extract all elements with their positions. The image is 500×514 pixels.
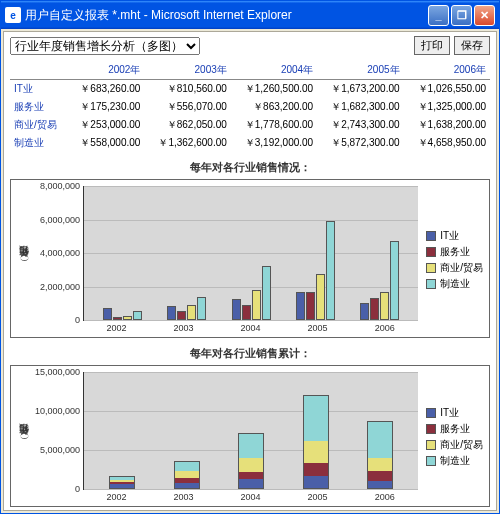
minimize-button[interactable]: _ (428, 5, 449, 26)
bar (296, 292, 305, 320)
legend-item: 商业/贸易 (426, 438, 483, 452)
bar (177, 311, 186, 320)
legend-label: 服务业 (440, 422, 470, 436)
x-tick: 2002 (107, 492, 127, 502)
bar (113, 317, 122, 320)
x-tick: 2003 (174, 492, 194, 502)
print-button[interactable]: 打印 (414, 36, 450, 55)
legend-label: 服务业 (440, 245, 470, 259)
bar (187, 305, 196, 320)
year-header: 2006年 (404, 61, 490, 80)
y-axis-label: 销售额（元）￥ (15, 186, 33, 333)
cell: ￥1,362,600.00 (144, 134, 230, 152)
x-tick: 2002 (107, 323, 127, 333)
legend-label: IT业 (440, 406, 459, 420)
legend-swatch (426, 440, 436, 450)
bar (232, 299, 241, 320)
y-tick: 10,000,000 (32, 406, 80, 416)
cell: ￥1,325,000.00 (404, 98, 490, 116)
legend-item: 服务业 (426, 245, 483, 259)
bar (316, 274, 325, 320)
chart: 销售额（元）￥02,000,0004,000,0006,000,0008,000… (10, 179, 490, 338)
cell: ￥1,026,550.00 (404, 80, 490, 99)
legend: IT业服务业商业/贸易制造业 (418, 186, 485, 333)
bar (167, 306, 176, 320)
bar (242, 305, 251, 320)
bar-segment (303, 441, 329, 463)
close-button[interactable]: ✕ (474, 5, 495, 26)
chart: 销售额（元）￥05,000,00010,000,00015,000,000200… (10, 365, 490, 507)
bar-segment (174, 471, 200, 478)
cell: ￥810,560.00 (144, 80, 230, 99)
bar (306, 292, 315, 320)
year-header: 2002年 (67, 61, 144, 80)
cell: ￥2,743,300.00 (317, 116, 403, 134)
legend-label: IT业 (440, 229, 459, 243)
cell: ￥558,000.00 (67, 134, 144, 152)
cell: ￥1,638,200.00 (404, 116, 490, 134)
legend-item: 商业/贸易 (426, 261, 483, 275)
legend-label: 商业/贸易 (440, 261, 483, 275)
bar-segment (238, 479, 264, 489)
bar (103, 308, 112, 320)
x-tick: 2004 (241, 323, 261, 333)
y-tick: 4,000,000 (32, 248, 80, 258)
save-button[interactable]: 保存 (454, 36, 490, 55)
ie-icon: e (5, 7, 21, 23)
x-tick: 2005 (308, 492, 328, 502)
titlebar: e 用户自定义报表 *.mht - Microsoft Internet Exp… (1, 1, 499, 29)
bar-group (103, 308, 142, 320)
bar-segment (367, 481, 393, 489)
report-select[interactable]: 行业年度销售增长分析（多图） (10, 37, 200, 55)
cell: ￥5,872,300.00 (317, 134, 403, 152)
bar-segment (238, 433, 264, 458)
bar-segment (174, 483, 200, 489)
bar (262, 266, 271, 320)
cell: ￥862,050.00 (144, 116, 230, 134)
x-tick: 2005 (308, 323, 328, 333)
cell: ￥175,230.00 (67, 98, 144, 116)
toolbar: 行业年度销售增长分析（多图） 打印 保存 (10, 36, 490, 55)
bar (123, 316, 132, 320)
table-row: IT业￥683,260.00￥810,560.00￥1,260,500.00￥1… (10, 80, 490, 99)
year-header: 2005年 (317, 61, 403, 80)
y-tick: 0 (32, 315, 80, 325)
year-header: 2003年 (144, 61, 230, 80)
legend-swatch (426, 456, 436, 466)
stacked-bar (238, 433, 264, 489)
bar-segment (367, 421, 393, 458)
bar (133, 311, 142, 320)
cell: ￥683,260.00 (67, 80, 144, 99)
table-row: 服务业￥175,230.00￥556,070.00￥863,200.00￥1,6… (10, 98, 490, 116)
bar-group (360, 241, 399, 320)
legend-swatch (426, 231, 436, 241)
bar-segment (303, 476, 329, 489)
legend-item: 制造业 (426, 277, 483, 291)
plot-area: 05,000,00010,000,00015,000,000 (83, 372, 418, 490)
table-row: 制造业￥558,000.00￥1,362,600.00￥3,192,000.00… (10, 134, 490, 152)
cell: ￥1,682,300.00 (317, 98, 403, 116)
legend-label: 制造业 (440, 454, 470, 468)
bar-segment (238, 472, 264, 479)
y-tick: 0 (32, 484, 80, 494)
chart-title: 每年对各行业销售累计： (10, 346, 490, 361)
y-axis-label: 销售额（元）￥ (15, 372, 33, 502)
bar-segment (109, 484, 135, 489)
plot-area: 02,000,0004,000,0006,000,0008,000,000 (83, 186, 418, 321)
stacked-bar (174, 461, 200, 489)
legend-swatch (426, 424, 436, 434)
cell: ￥1,673,200.00 (317, 80, 403, 99)
content-area: 行业年度销售增长分析（多图） 打印 保存 2002年2003年2004年2005… (3, 31, 497, 511)
bar-group (232, 266, 271, 320)
row-name: 服务业 (10, 98, 67, 116)
bar (252, 290, 261, 320)
legend-item: IT业 (426, 406, 483, 420)
legend-item: 服务业 (426, 422, 483, 436)
cell: ￥1,778,600.00 (231, 116, 317, 134)
x-tick: 2003 (174, 323, 194, 333)
maximize-button[interactable]: ❐ (451, 5, 472, 26)
bar (197, 297, 206, 320)
legend-swatch (426, 247, 436, 257)
bar (390, 241, 399, 320)
row-name: 商业/贸易 (10, 116, 67, 134)
